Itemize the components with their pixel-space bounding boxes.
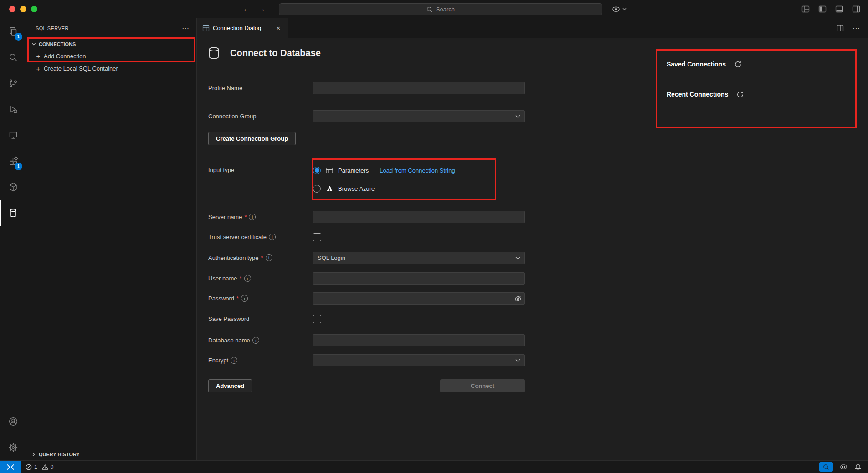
toggle-primary-sidebar-icon[interactable] [818, 5, 827, 14]
parameters-option-label: Parameters [338, 167, 369, 174]
authentication-type-row: Authentication type * i SQL Login [208, 252, 525, 264]
save-password-checkbox[interactable] [313, 315, 321, 323]
copilot-status-button[interactable] [839, 463, 848, 471]
activitybar-remote-explorer[interactable] [0, 122, 26, 148]
error-count: 1 [34, 464, 37, 470]
remote-indicator-button[interactable] [0, 461, 21, 473]
sidebar-header: SQL SERVER ⋯ [26, 18, 196, 38]
editor-group: Connection Dialog × ⋯ [197, 18, 868, 460]
close-window-button[interactable] [9, 6, 15, 12]
activitybar-settings[interactable] [0, 434, 26, 460]
copilot-menu-button[interactable] [611, 5, 627, 14]
connections-browser-panel: Saved Connections Recent Connections [655, 38, 868, 460]
server-name-row: Server name * i [208, 211, 525, 223]
required-marker: * [261, 254, 263, 261]
close-tab-icon[interactable]: × [274, 24, 283, 33]
info-icon[interactable]: i [244, 275, 251, 282]
more-actions-icon[interactable]: ⋯ [182, 24, 189, 32]
warning-count: 0 [51, 464, 54, 470]
tab-label: Connection Dialog [213, 25, 261, 31]
user-name-label: User name [208, 275, 237, 282]
toggle-panel-icon[interactable] [835, 5, 844, 14]
chevron-down-icon [622, 8, 627, 10]
toggle-secondary-sidebar-icon[interactable] [852, 5, 861, 14]
connections-section-header[interactable]: CONNECTIONS [26, 38, 196, 50]
activitybar-explorer[interactable]: 1 [0, 18, 26, 44]
add-icon: + [34, 65, 42, 72]
chevron-down-icon [515, 256, 520, 259]
query-history-section-header[interactable]: QUERY HISTORY [26, 448, 196, 460]
authentication-type-select[interactable]: SQL Login [313, 252, 525, 264]
activitybar-sql-server[interactable] [0, 200, 26, 226]
required-marker: * [236, 295, 239, 302]
activitybar-source-control[interactable] [0, 70, 26, 96]
copilot-icon [839, 463, 848, 471]
activitybar-containers[interactable] [0, 174, 26, 200]
load-from-connection-string-link[interactable]: Load from Connection String [380, 167, 455, 174]
explorer-badge: 1 [15, 33, 22, 41]
activity-bar: 1 [0, 18, 26, 460]
info-icon[interactable]: i [231, 357, 237, 364]
statusbar-right [819, 462, 868, 472]
sidebar-title: SQL SERVER [36, 25, 69, 31]
connection-group-select[interactable] [313, 110, 525, 122]
minimize-window-button[interactable] [20, 6, 26, 12]
problems-status[interactable]: 1 0 [26, 464, 56, 470]
connect-button[interactable]: Connect [440, 379, 525, 392]
search-command-center[interactable]: Search [279, 3, 602, 15]
trust-server-certificate-label: Trust server certificate [208, 234, 267, 240]
refresh-recent-connections-button[interactable] [736, 91, 744, 98]
eye-off-icon [514, 295, 522, 302]
info-icon[interactable]: i [252, 337, 259, 344]
activitybar-search[interactable] [0, 44, 26, 70]
back-button[interactable]: ← [243, 5, 250, 13]
profile-name-input[interactable] [313, 82, 525, 94]
tab-connection-dialog[interactable]: Connection Dialog × [197, 18, 288, 38]
customize-layout-icon[interactable] [801, 5, 810, 14]
trust-server-certificate-row: Trust server certificate i [208, 231, 321, 243]
connection-group-row: Connection Group [208, 110, 525, 122]
create-local-sql-container-label: Create Local SQL Container [44, 65, 118, 72]
parameters-radio-option[interactable]: Parameters Load from Connection String [313, 166, 455, 174]
chevron-right-icon [30, 451, 37, 458]
connection-form: Connect to Database Profile Name Connect… [197, 38, 655, 460]
browse-azure-radio-option[interactable]: Browse Azure [313, 184, 455, 193]
info-icon[interactable]: i [249, 214, 256, 220]
zoom-icon [823, 464, 829, 470]
azure-icon [325, 184, 334, 193]
chevron-down-icon [515, 115, 520, 118]
activitybar-accounts[interactable] [0, 408, 26, 434]
connection-dialog-webview: Connect to Database Profile Name Connect… [197, 38, 868, 460]
toggle-password-visibility-button[interactable] [514, 295, 522, 302]
encrypt-select[interactable] [313, 354, 525, 366]
encrypt-label: Encrypt [208, 357, 228, 364]
notifications-bell-button[interactable] [854, 463, 862, 471]
parameters-radio[interactable] [313, 167, 321, 174]
refresh-saved-connections-button[interactable] [734, 61, 742, 68]
advanced-button[interactable]: Advanced [208, 379, 252, 392]
remote-icon [6, 463, 15, 471]
more-actions-icon[interactable]: ⋯ [853, 24, 860, 32]
server-name-input[interactable] [313, 211, 525, 223]
activitybar-run-debug[interactable] [0, 96, 26, 122]
forward-button[interactable]: → [258, 5, 266, 13]
add-connection-label: Add Connection [44, 53, 86, 60]
search-placeholder: Search [436, 6, 455, 13]
input-type-row: Input type Parameters Load from Connecti… [208, 166, 455, 193]
info-icon[interactable]: i [241, 295, 248, 302]
password-input[interactable] [313, 292, 525, 305]
trust-server-certificate-checkbox[interactable] [313, 233, 321, 241]
zoom-status-button[interactable] [819, 462, 833, 472]
database-name-input[interactable] [313, 334, 525, 346]
fullscreen-window-button[interactable] [31, 6, 37, 12]
user-name-input[interactable] [313, 272, 525, 285]
info-icon[interactable]: i [266, 254, 272, 261]
create-connection-group-button[interactable]: Create Connection Group [208, 132, 296, 145]
warning-icon [42, 464, 48, 470]
browse-azure-radio[interactable] [313, 185, 321, 193]
create-local-sql-container-item[interactable]: + Create Local SQL Container [26, 62, 196, 75]
info-icon[interactable]: i [269, 234, 276, 240]
activitybar-extensions[interactable]: 1 [0, 148, 26, 174]
split-editor-icon[interactable] [836, 24, 844, 32]
add-connection-item[interactable]: + Add Connection [26, 50, 196, 62]
